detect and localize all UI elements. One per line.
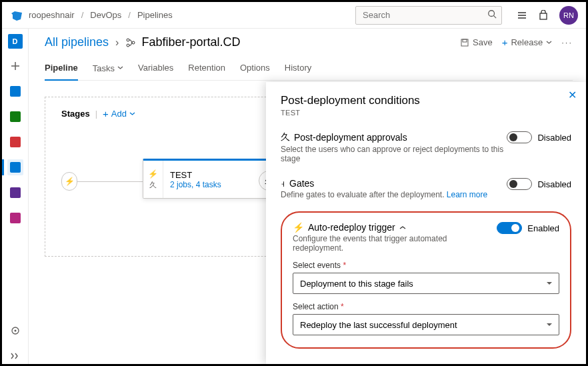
nav-pipelines[interactable] — [7, 159, 23, 175]
action-label: Select action * — [293, 302, 559, 311]
action-select[interactable]: Redeploy the last successful deployment — [293, 314, 559, 335]
events-select[interactable]: Deployment to this stage fails — [293, 273, 559, 294]
tab-pipeline[interactable]: Pipeline — [45, 59, 78, 81]
artifact-trigger-icon[interactable]: ⚡ — [61, 172, 77, 191]
save-icon — [460, 38, 469, 47]
list-view-icon[interactable] — [517, 10, 527, 21]
stage-card[interactable]: ⚡ 久 TEST 2 jobs, 4 tasks 久 — [143, 159, 269, 199]
svg-point-11 — [132, 41, 135, 44]
nav-repos[interactable] — [7, 109, 23, 125]
svg-point-0 — [489, 10, 495, 16]
svg-point-10 — [127, 39, 129, 41]
tab-variables[interactable]: Variables — [138, 59, 173, 80]
approvals-state: Disabled — [537, 133, 571, 143]
events-label: Select events * — [293, 261, 559, 270]
stages-label: Stages — [61, 109, 90, 119]
release-definition-icon — [125, 37, 136, 48]
redeploy-icon: ⚡ — [293, 222, 304, 233]
chevron-down-icon — [546, 41, 552, 45]
all-pipelines-link[interactable]: All pipelines — [45, 35, 109, 49]
svg-point-9 — [14, 330, 16, 332]
tab-history[interactable]: History — [285, 59, 311, 80]
approvals-toggle[interactable] — [507, 131, 532, 143]
panel-title: Post-deployment conditions — [281, 94, 571, 107]
add-stage-button[interactable]: + Add — [103, 108, 135, 119]
approvals-section: 久 Post-deployment approvals Select the u… — [281, 131, 571, 163]
gates-icon: ⫞ — [281, 178, 285, 189]
svg-point-12 — [127, 44, 129, 47]
breadcrumb-project[interactable]: DevOps — [90, 10, 121, 20]
pre-deploy-conditions[interactable]: ⚡ 久 — [143, 161, 163, 198]
add-icon[interactable] — [7, 58, 23, 74]
save-button[interactable]: Save — [460, 37, 493, 47]
left-nav: D — [2, 29, 29, 364]
trigger-icon: ⚡ — [148, 169, 158, 179]
svg-rect-5 — [540, 13, 547, 19]
person-icon: 久 — [281, 131, 290, 143]
page-title: Fabfiber-portal.CD — [125, 35, 240, 49]
close-icon[interactable]: ✕ — [568, 89, 577, 101]
learn-more-link[interactable]: Learn more — [447, 190, 487, 199]
nav-boards[interactable] — [7, 83, 23, 99]
gates-section: ⫞ Gates Define gates to evaluate after t… — [281, 178, 571, 199]
panel-stage: TEST — [281, 109, 571, 117]
project-tile[interactable]: D — [8, 34, 23, 49]
release-button[interactable]: + Release — [502, 37, 552, 48]
tab-retention[interactable]: Retention — [188, 59, 225, 80]
nav-testplans[interactable] — [7, 185, 23, 201]
avatar[interactable]: RN — [559, 6, 578, 25]
nav-artifacts[interactable] — [7, 210, 23, 226]
auto-redeploy-section: ⚡ Auto-redeploy trigger Configure the ev… — [281, 211, 571, 349]
chevron-up-icon[interactable] — [399, 225, 406, 230]
breadcrumb-area[interactable]: Pipelines — [137, 10, 173, 20]
shopping-bag-icon[interactable] — [538, 10, 549, 21]
search-input[interactable] — [355, 6, 502, 25]
svg-rect-14 — [463, 39, 467, 42]
person-icon: 久 — [149, 180, 157, 190]
more-actions-icon[interactable]: ··· — [561, 37, 573, 47]
top-bar: roopeshnair / DevOps / Pipelines RN — [2, 2, 586, 29]
chevron-right-icon: › — [115, 37, 119, 49]
settings-icon[interactable] — [7, 323, 23, 339]
collapse-icon[interactable] — [7, 348, 23, 364]
stage-tasks-link[interactable]: 2 jobs, 4 tasks — [170, 180, 221, 189]
svg-line-1 — [494, 15, 497, 18]
tabs: Pipeline Tasks Variables Retention Optio… — [45, 59, 573, 81]
tab-options[interactable]: Options — [240, 59, 270, 80]
search-icon[interactable] — [487, 9, 497, 19]
gates-state: Disabled — [537, 179, 571, 189]
stage-name: TEST — [170, 170, 221, 180]
chevron-down-icon — [129, 112, 135, 116]
gates-toggle[interactable] — [507, 178, 532, 190]
connector — [76, 181, 143, 182]
azure-devops-logo-icon[interactable] — [10, 9, 23, 22]
nav-pipelines-red[interactable] — [7, 134, 23, 150]
post-deployment-panel: ✕ Post-deployment conditions TEST 久 Post… — [266, 82, 586, 364]
breadcrumb-org[interactable]: roopeshnair — [29, 10, 75, 20]
redeploy-toggle[interactable] — [497, 222, 522, 234]
tab-tasks[interactable]: Tasks — [93, 59, 123, 80]
breadcrumb: roopeshnair / DevOps / Pipelines — [29, 10, 350, 20]
redeploy-state: Enabled — [527, 223, 559, 233]
